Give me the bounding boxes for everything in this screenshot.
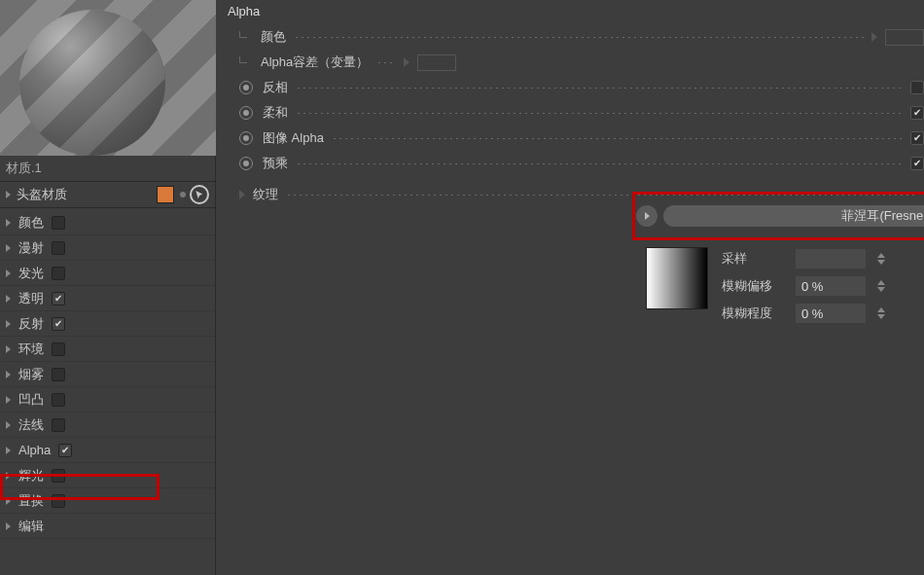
chevron-right-icon xyxy=(871,32,877,42)
corner-icon xyxy=(239,31,251,43)
channel-label: 辉光 xyxy=(18,467,44,485)
material-name: 材质.1 xyxy=(0,156,215,181)
channel-checkbox[interactable] xyxy=(58,444,72,457)
premult-checkbox[interactable] xyxy=(910,157,924,170)
channel-label: 法线 xyxy=(18,416,44,434)
channel-checkbox[interactable] xyxy=(52,342,65,356)
channel-label: 烟雾 xyxy=(18,366,44,383)
prop-color: 颜色 xyxy=(226,24,924,50)
prop-image-alpha[interactable]: 图像 Alpha xyxy=(226,126,924,151)
spinner[interactable] xyxy=(877,249,885,269)
expand-icon xyxy=(6,295,11,303)
image-alpha-checkbox[interactable] xyxy=(910,131,924,145)
channel-checkbox[interactable] xyxy=(52,241,65,255)
channel-checkbox[interactable] xyxy=(52,317,65,331)
channel-凹凸[interactable]: 凹凸 xyxy=(0,387,215,413)
channel-编辑[interactable]: 编辑 xyxy=(0,514,215,539)
chevron-right-icon xyxy=(239,190,245,199)
soft-checkbox[interactable] xyxy=(910,106,924,120)
channel-checkbox[interactable] xyxy=(52,494,65,508)
channel-label: 置换 xyxy=(18,492,44,510)
prop-premult[interactable]: 预乘 xyxy=(226,151,924,176)
blur-offset-field[interactable]: 0 % xyxy=(796,276,866,296)
channel-checkbox[interactable] xyxy=(52,418,65,432)
material-preview[interactable] xyxy=(0,0,216,156)
channel-法线[interactable]: 法线 xyxy=(0,413,215,438)
expand-icon xyxy=(6,219,11,227)
radio-icon xyxy=(239,106,253,120)
material-header-label: 头盔材质 xyxy=(17,186,67,203)
expand-icon xyxy=(6,270,11,277)
chevron-right-icon xyxy=(404,57,409,67)
cursor-icon[interactable] xyxy=(190,185,209,204)
expand-icon xyxy=(6,320,11,328)
dot-icon xyxy=(180,192,186,198)
channel-checkbox[interactable] xyxy=(52,216,65,230)
prop-blur-offset: 模糊偏移 0 % xyxy=(722,272,885,300)
prop-soft[interactable]: 柔和 xyxy=(226,100,924,126)
prop-invert[interactable]: 反相 xyxy=(226,75,924,100)
channel-checkbox[interactable] xyxy=(52,393,65,407)
alpha-delta-well[interactable] xyxy=(417,54,456,71)
blur-scale-field[interactable]: 0 % xyxy=(796,304,866,323)
channel-checkbox[interactable] xyxy=(52,368,65,381)
spinner[interactable] xyxy=(877,304,885,323)
prop-sample: 采样 xyxy=(722,245,885,272)
expand-icon xyxy=(6,371,11,378)
expand-icon xyxy=(6,191,11,198)
channel-label: 环境 xyxy=(18,341,44,358)
channel-label: 凹凸 xyxy=(18,391,44,409)
spinner[interactable] xyxy=(877,276,885,296)
prop-alpha-delta: Alpha容差（变量） xyxy=(226,50,924,75)
channel-label: 反射 xyxy=(18,315,44,333)
channel-label: 发光 xyxy=(18,265,44,282)
channel-颜色[interactable]: 颜色 xyxy=(0,210,215,235)
channel-label: 漫射 xyxy=(18,239,44,257)
channel-辉光[interactable]: 辉光 xyxy=(0,463,215,488)
color-well[interactable] xyxy=(885,29,924,46)
channel-label: 编辑 xyxy=(18,518,44,535)
texture-expand-button[interactable] xyxy=(636,205,657,227)
channel-label: 透明 xyxy=(18,290,44,307)
invert-checkbox[interactable] xyxy=(910,81,924,94)
expand-icon xyxy=(6,447,11,454)
expand-icon xyxy=(6,421,11,429)
expand-icon xyxy=(6,396,11,404)
channel-置换[interactable]: 置换 xyxy=(0,488,215,514)
channel-checkbox[interactable] xyxy=(52,469,65,483)
texture-picker[interactable]: 菲涅耳(Fresnel) xyxy=(663,205,924,227)
channel-透明[interactable]: 透明 xyxy=(0,286,215,311)
channel-label: 颜色 xyxy=(18,214,44,232)
section-title: Alpha xyxy=(226,0,924,24)
radio-icon xyxy=(239,157,253,170)
expand-icon xyxy=(6,472,11,480)
channel-Alpha[interactable]: Alpha xyxy=(0,438,215,463)
corner-icon xyxy=(239,56,251,68)
prop-blur-scale: 模糊程度 0 % xyxy=(722,300,885,327)
expand-icon xyxy=(6,345,11,353)
channel-反射[interactable]: 反射 xyxy=(0,311,215,337)
radio-icon xyxy=(239,81,253,94)
sample-field[interactable] xyxy=(796,249,866,269)
channel-checkbox[interactable] xyxy=(52,267,65,280)
channel-环境[interactable]: 环境 xyxy=(0,337,215,362)
expand-icon xyxy=(6,244,11,252)
channel-漫射[interactable]: 漫射 xyxy=(0,235,215,261)
channel-烟雾[interactable]: 烟雾 xyxy=(0,362,215,387)
texture-value: 菲涅耳(Fresnel) xyxy=(841,207,924,225)
channel-label: Alpha xyxy=(18,443,51,457)
expand-icon xyxy=(6,522,11,530)
radio-icon xyxy=(239,131,253,145)
channel-发光[interactable]: 发光 xyxy=(0,261,215,286)
channel-checkbox[interactable] xyxy=(52,292,65,305)
expand-icon xyxy=(6,497,11,505)
color-swatch[interactable] xyxy=(157,186,174,203)
texture-thumbnail[interactable] xyxy=(646,247,708,309)
material-header[interactable]: 头盔材质 xyxy=(0,181,215,208)
